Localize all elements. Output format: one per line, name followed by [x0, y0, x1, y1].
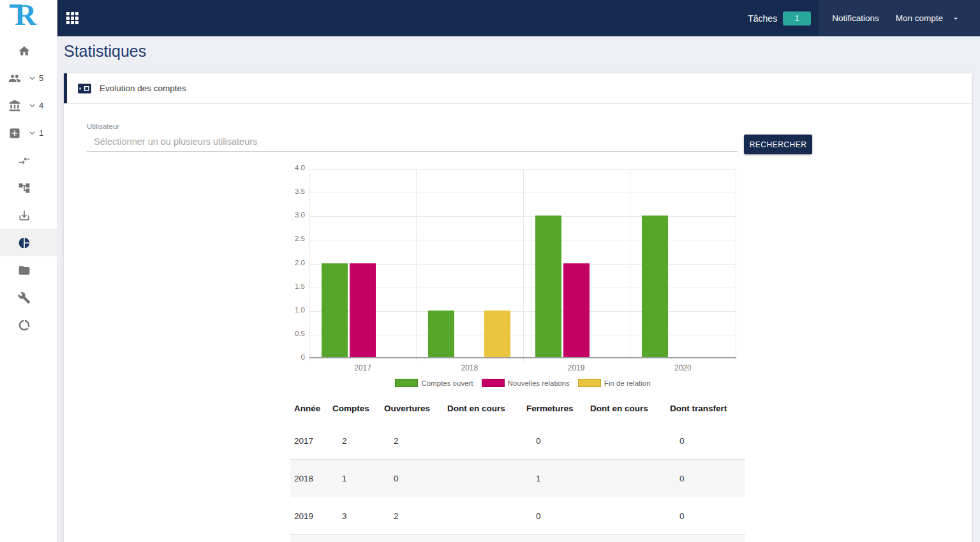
table-cell: 1	[526, 460, 590, 497]
y-axis-label: 2.5	[277, 235, 305, 242]
sidebar-item-imports[interactable]	[0, 201, 57, 229]
table-cell	[447, 422, 526, 459]
bank-icon	[8, 99, 21, 112]
legend-item[interactable]: Fin de relation	[578, 379, 651, 387]
table-header-cell: Fermetures	[526, 395, 590, 422]
panel-accent-bar	[64, 73, 67, 103]
folder-icon	[18, 264, 31, 277]
table-cell	[447, 460, 526, 497]
pie-chart-icon	[18, 237, 31, 249]
gridline-vertical	[630, 169, 630, 362]
sidebar-item-support[interactable]	[0, 311, 57, 339]
legend-swatch	[395, 379, 418, 387]
y-axis-label: 0	[277, 353, 305, 361]
legend-item[interactable]: Nouvelles relations	[482, 379, 570, 387]
table-row-partial	[290, 535, 745, 542]
y-axis-label: 2.0	[277, 259, 305, 267]
table-cell: 2017	[294, 422, 332, 459]
sidebar-item-banques[interactable]: 4	[0, 92, 57, 119]
chevron-down-icon[interactable]	[27, 101, 37, 110]
sidebar-item-home[interactable]	[0, 37, 57, 64]
gridline-vertical	[416, 169, 417, 362]
gridline-vertical	[309, 169, 310, 362]
bar-2017-series1	[350, 263, 376, 358]
notifications-label: Notifications	[832, 13, 879, 23]
table-cell	[590, 422, 670, 459]
x-axis-label: 2020	[657, 363, 708, 372]
tasks-count-badge: 1	[783, 11, 811, 26]
app-logo[interactable]: R	[0, 0, 57, 37]
search-button[interactable]: RECHERCHER	[744, 135, 812, 154]
table-cell: 2	[332, 422, 384, 459]
legend-swatch	[482, 379, 505, 387]
chevron-down-icon[interactable]	[27, 128, 37, 138]
table-cell: 0	[670, 460, 745, 497]
sidebar-item-transferts[interactable]	[0, 147, 57, 174]
table-cell: 2	[384, 497, 447, 534]
legend-label: Nouvelles relations	[508, 379, 570, 387]
table-cell: 2	[384, 422, 447, 459]
table-header-cell: Année	[294, 395, 332, 422]
user-field-label: Utilisateur	[87, 122, 119, 130]
x-axis-label: 2017	[338, 363, 389, 372]
sidebar-item-count: 1	[39, 128, 43, 138]
table-header-cell: Ouvertures	[384, 395, 447, 422]
bar-chart-plot-area: 2017201820192020	[309, 169, 736, 358]
chevron-down-icon[interactable]	[27, 73, 37, 83]
x-axis-line	[309, 357, 736, 358]
sidebar-item-outils[interactable]	[0, 284, 57, 311]
legend-label: Comptes ouvert	[421, 379, 473, 387]
account-menu-button[interactable]: Mon compte	[887, 0, 969, 36]
sidebar-item-organisation[interactable]	[0, 174, 57, 201]
compare-arrows-icon	[18, 154, 31, 167]
apps-grid-button[interactable]	[66, 12, 78, 24]
grid-icon	[66, 12, 78, 24]
sidebar-item-documents[interactable]	[0, 256, 57, 284]
table-cell: 1	[332, 460, 384, 497]
gridline-vertical	[523, 169, 524, 362]
tasks-label: Tâches	[748, 13, 777, 24]
sidebar: R 5 4 1	[0, 0, 57, 542]
panel-title: Evolution des comptes	[100, 73, 186, 103]
gridline-vertical	[736, 169, 736, 362]
add-box-icon	[8, 127, 21, 140]
y-axis-label: 3.0	[277, 211, 305, 219]
chart-legend: Comptes ouvertNouvelles relationsFin de …	[309, 379, 736, 387]
table-cell: 2018	[294, 460, 332, 497]
table-cell: 0	[526, 422, 590, 459]
table-header-cell: Comptes	[332, 395, 384, 422]
table-header-cell: Dont en cours	[590, 395, 670, 422]
notifications-button[interactable]: Notifications	[824, 0, 887, 36]
bar-2018-series0	[428, 311, 454, 358]
sidebar-item-count: 5	[39, 73, 43, 83]
topbar-right-section: Notifications Mon compte	[819, 0, 980, 36]
tasks-button[interactable]: Tâches 1	[745, 0, 813, 36]
sidebar-item-statistiques[interactable]	[0, 229, 57, 256]
table-cell: 2019	[294, 497, 332, 534]
table-header-cell: Dont en cours	[447, 395, 526, 422]
table-cell	[590, 460, 670, 497]
user-select-input[interactable]	[87, 132, 738, 152]
legend-item[interactable]: Comptes ouvert	[395, 379, 473, 387]
people-icon	[8, 72, 21, 85]
table-cell: 0	[526, 497, 590, 534]
table-cell	[590, 497, 670, 534]
x-axis-label: 2018	[444, 363, 495, 372]
table-cell	[447, 497, 526, 534]
home-icon	[18, 45, 31, 57]
topbar: Tâches 1 Notifications Mon compte	[57, 0, 980, 36]
sidebar-item-nouveau[interactable]: 1	[0, 119, 57, 147]
legend-label: Fin de relation	[604, 379, 651, 387]
x-axis-label: 2019	[551, 363, 602, 372]
table-header-cell: Dont transfert	[670, 395, 745, 422]
sidebar-item-clients[interactable]: 5	[0, 64, 57, 92]
table-row: 20181010	[290, 460, 745, 497]
statistics-panel: Evolution des comptes Utilisateur RECHER…	[64, 73, 972, 542]
tree-icon	[18, 182, 31, 194]
account-card-icon	[77, 82, 92, 95]
accounts-table: AnnéeComptesOuverturesDont en coursFerme…	[290, 395, 745, 542]
y-axis-label: 3.5	[277, 187, 305, 195]
account-label: Mon compte	[896, 13, 943, 23]
table-cell: 0	[670, 422, 745, 459]
panel-header: Evolution des comptes	[64, 73, 972, 104]
